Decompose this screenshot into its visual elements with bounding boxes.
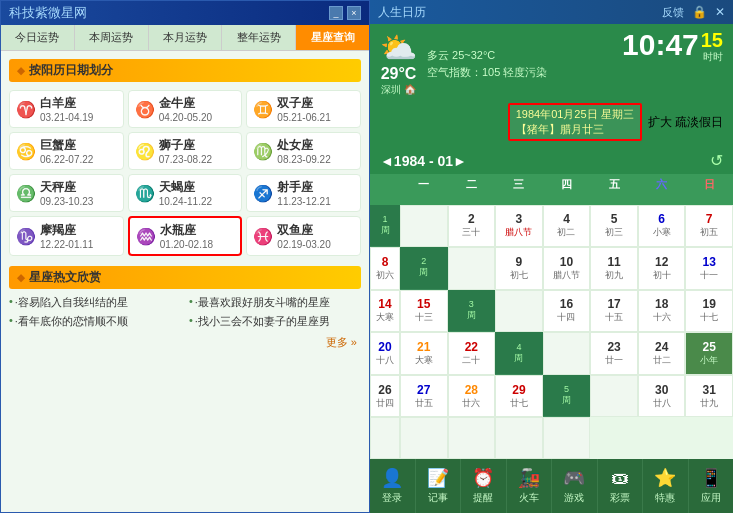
zodiac-info-7: 天蝎座 10.24-11.22	[159, 179, 212, 207]
cal-cell-w0-d2[interactable]: 3腊八节	[495, 205, 543, 248]
cal-cell-w0-d6[interactable]: 7初五	[685, 205, 733, 248]
solar-1-5: 13	[703, 255, 716, 269]
cal-cell-w2-d7[interactable]: 22二十	[448, 332, 496, 375]
holiday-sub: 扩大 疏淡假日	[648, 114, 723, 131]
left-content: 按阳历日期划分 ♈ 白羊座 03.21-04.19 ♉ 金牛座 04.20-05…	[1, 51, 369, 512]
cal-cell-w0-d1[interactable]: 2三十	[448, 205, 496, 248]
zodiac-item-8[interactable]: ♐ 射手座 11.23-12.21	[246, 174, 361, 212]
cal-next-button[interactable]: ►	[453, 153, 467, 169]
bottom-btn-7[interactable]: 📱 应用	[689, 459, 734, 513]
zodiac-item-11[interactable]: ♓ 双鱼座 02.19-03.20	[246, 216, 361, 256]
cal-cell-w2-d6[interactable]: 21大寒	[400, 332, 448, 375]
cal-cell-w1-d6[interactable]: 14大寒	[370, 290, 400, 333]
hot-item-col1-0[interactable]: ·容易陷入自我纠结的星	[9, 295, 181, 310]
hot-item-col1-1[interactable]: ·看年底你的恋情顺不顺	[9, 314, 181, 329]
right-panel: 人生日历 反馈 🔒 ✕ ⛅ 29°C 深圳 🏠 多云 25~32°C 空气指数：…	[370, 0, 733, 513]
left-tab-3[interactable]: 整年运势	[222, 25, 296, 50]
hot-item-col2-1[interactable]: ·找小三会不如妻子的星座男	[189, 314, 361, 329]
cal-cell-w2-d5[interactable]: 20十八	[370, 332, 400, 375]
cal-cell-w3-d3[interactable]: 25小年	[685, 332, 733, 375]
zodiac-item-10[interactable]: ♒ 水瓶座 01.20-02.18	[128, 216, 243, 256]
zodiac-icon-4: ♌	[135, 142, 155, 161]
lunar-2-1: 十四	[557, 311, 575, 324]
cal-cell-w0-d3[interactable]: 4初二	[543, 205, 591, 248]
solar-1-7: 15	[417, 297, 430, 311]
cal-cell-w3-d5[interactable]: 27廿五	[400, 375, 448, 418]
bottom-btn-2[interactable]: ⏰ 提醒	[461, 459, 507, 513]
cal-cell-w1-d2[interactable]: 10腊八节	[543, 247, 591, 290]
cal-cell-w4-d2[interactable]: 31廿九	[685, 375, 733, 418]
title-controls: _ ×	[329, 6, 361, 20]
bottom-btn-3[interactable]: 🚂 火车	[507, 459, 553, 513]
cal-cell-w0-d0	[400, 205, 448, 248]
bottom-btn-1[interactable]: 📝 记事	[416, 459, 462, 513]
close-button[interactable]: ×	[347, 6, 361, 20]
minimize-button[interactable]: _	[329, 6, 343, 20]
solar-1-1: 9	[516, 255, 523, 269]
left-tab-4[interactable]: 星座查询	[296, 25, 369, 50]
cal-cell-w1-d1[interactable]: 9初七	[495, 247, 543, 290]
zodiac-item-6[interactable]: ♎ 天秤座 09.23-10.23	[9, 174, 124, 212]
bottom-btn-5[interactable]: 🎟 彩票	[598, 459, 644, 513]
zodiac-date-2: 05.21-06.21	[277, 112, 330, 123]
zodiac-item-1[interactable]: ♉ 金牛座 04.20-05.20	[128, 90, 243, 128]
cal-cell-w3-d7[interactable]: 29廿七	[495, 375, 543, 418]
zodiac-item-0[interactable]: ♈ 白羊座 03.21-04.19	[9, 90, 124, 128]
lunar-1-4: 初十	[653, 269, 671, 282]
cal-cell-w0-d4[interactable]: 5初三	[590, 205, 638, 248]
left-tab-2[interactable]: 本月运势	[149, 25, 223, 50]
lunar-0-1: 三十	[462, 226, 480, 239]
zodiac-date-1: 04.20-05.20	[159, 112, 212, 123]
cal-cell-w1-d4[interactable]: 12初十	[638, 247, 686, 290]
zodiac-name-7: 天蝎座	[159, 179, 212, 196]
cal-cell-w3-d2[interactable]: 24廿二	[638, 332, 686, 375]
cal-cell-w3-d1[interactable]: 23廿一	[590, 332, 638, 375]
bottom-btn-6[interactable]: ⭐ 特惠	[643, 459, 689, 513]
cal-cell-w0-d5[interactable]: 6小寒	[638, 205, 686, 248]
cal-prev-button[interactable]: ◄	[380, 153, 394, 169]
cal-cell-w2-d4[interactable]: 19十七	[685, 290, 733, 333]
cal-cell-w2-d1[interactable]: 16十四	[543, 290, 591, 333]
zodiac-item-2[interactable]: ♊ 双子座 05.21-06.21	[246, 90, 361, 128]
close-icon[interactable]: ✕	[715, 5, 725, 19]
bottom-btn-icon-3: 🚂	[518, 467, 540, 489]
zodiac-item-7[interactable]: ♏ 天蝎座 10.24-11.22	[128, 174, 243, 212]
zodiac-date-0: 03.21-04.19	[40, 112, 93, 123]
cal-cell-w3-d6[interactable]: 28廿六	[448, 375, 496, 418]
feedback-label[interactable]: 反馈	[662, 5, 684, 20]
solar-2-6: 21	[417, 340, 430, 354]
cal-cell-w1-d5[interactable]: 13十一	[685, 247, 733, 290]
cal-cell-w2-d3[interactable]: 18十六	[638, 290, 686, 333]
zodiac-item-9[interactable]: ♑ 摩羯座 12.22-01.11	[9, 216, 124, 256]
cal-cell-w1-d3[interactable]: 11初九	[590, 247, 638, 290]
hot-section-title: 星座热文欣赏	[9, 266, 361, 289]
zodiac-date-7: 10.24-11.22	[159, 196, 212, 207]
zodiac-info-2: 双子座 05.21-06.21	[277, 95, 330, 123]
zodiac-icon-8: ♐	[253, 184, 273, 203]
solar-0-7: 8	[382, 255, 389, 269]
zodiac-info-1: 金牛座 04.20-05.20	[159, 95, 212, 123]
cal-week-label-3: 4周	[495, 332, 543, 375]
cal-cell-w4-d1[interactable]: 30廿八	[638, 375, 686, 418]
cal-cell-w2-d2[interactable]: 17十五	[590, 290, 638, 333]
calendar-section: ◄ 1984 - 01 ► ↺ 一二三四五六日1周2三十3腊八节4初二5初三6小…	[370, 147, 733, 459]
hot-item-col2-0[interactable]: ·最喜欢跟好朋友斗嘴的星座	[189, 295, 361, 310]
cal-cell-w3-d4[interactable]: 26廿四	[370, 375, 400, 418]
left-tab-0[interactable]: 今日运势	[1, 25, 75, 50]
solar-0-4: 5	[611, 212, 618, 226]
left-tab-1[interactable]: 本周运势	[75, 25, 149, 50]
more-link[interactable]: 更多	[9, 335, 361, 350]
zodiac-item-5[interactable]: ♍ 处女座 08.23-09.22	[246, 132, 361, 170]
cal-cell-w0-d7[interactable]: 8初六	[370, 247, 400, 290]
cal-cell-w1-d7[interactable]: 15十三	[400, 290, 448, 333]
bottom-btn-0[interactable]: 👤 登录	[370, 459, 416, 513]
zodiac-icon-11: ♓	[253, 227, 273, 246]
zodiac-item-4[interactable]: ♌ 狮子座 07.23-08.22	[128, 132, 243, 170]
right-title: 人生日历	[378, 4, 426, 21]
zodiac-info-4: 狮子座 07.23-08.22	[159, 137, 212, 165]
lock-icon[interactable]: 🔒	[692, 5, 707, 19]
zodiac-info-10: 水瓶座 01.20-02.18	[160, 222, 213, 250]
bottom-btn-4[interactable]: 🎮 游戏	[552, 459, 598, 513]
zodiac-item-3[interactable]: ♋ 巨蟹座 06.22-07.22	[9, 132, 124, 170]
cal-refresh-icon[interactable]: ↺	[710, 151, 723, 170]
